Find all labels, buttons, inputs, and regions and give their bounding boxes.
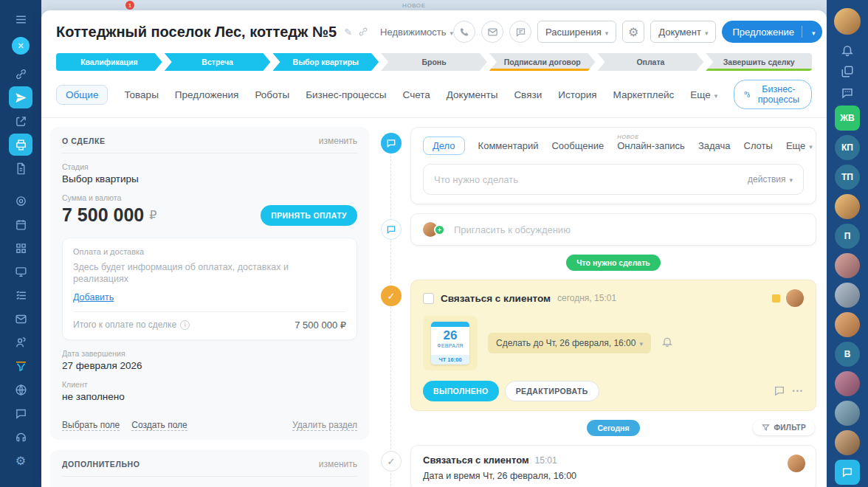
chat-button[interactable] xyxy=(509,21,531,43)
stage-vybor-kvartiry[interactable]: Выбор квартиры xyxy=(272,53,379,71)
stage-oplata[interactable]: Оплата xyxy=(598,53,704,71)
deal-sum-value[interactable]: 7 500 000 xyxy=(62,204,144,226)
accept-payment-button[interactable]: ПРИНЯТЬ ОПЛАТУ xyxy=(261,205,357,226)
stage-zavershit-sdelku[interactable]: Завершить сделку xyxy=(706,53,812,71)
chat-avatar[interactable] xyxy=(835,371,860,396)
close-icon[interactable] xyxy=(12,37,30,55)
chat-avatar[interactable] xyxy=(835,194,860,219)
collab-chat-icon[interactable] xyxy=(835,460,860,485)
info-icon[interactable] xyxy=(180,320,190,330)
mail-icon[interactable] xyxy=(9,308,32,330)
calendar-icon[interactable] xyxy=(9,213,32,235)
tab-more[interactable]: Еще xyxy=(690,89,717,100)
activity-title[interactable]: Связаться с клиентом xyxy=(441,293,551,304)
actions-dropdown[interactable]: действия xyxy=(748,174,793,184)
stack-icon[interactable] xyxy=(836,63,858,80)
edit-button[interactable]: РЕДАКТИРОВАТЬ xyxy=(505,381,599,401)
tab-tovary[interactable]: Товары xyxy=(124,89,158,100)
external-link-icon[interactable] xyxy=(9,110,32,132)
document-icon[interactable] xyxy=(9,157,32,179)
chat-avatar[interactable]: ТП xyxy=(835,165,860,190)
composer-tab-sloty[interactable]: Слоты xyxy=(744,140,773,151)
category-dropdown[interactable]: Недвижимость xyxy=(380,27,453,38)
bell-icon[interactable] xyxy=(836,41,858,58)
contacts-icon[interactable] xyxy=(9,331,32,353)
avatar[interactable] xyxy=(786,289,804,307)
filter-button[interactable]: ФИЛЬТР xyxy=(753,420,816,435)
menu-icon[interactable] xyxy=(9,8,32,30)
stage-bron[interactable]: Бронь xyxy=(381,53,487,71)
select-field-link[interactable]: Выбрать поле xyxy=(62,420,120,431)
client-field-value[interactable]: не заполнено xyxy=(62,391,357,402)
phone-button[interactable] xyxy=(453,21,475,43)
delete-section-link[interactable]: Удалить раздел xyxy=(292,420,357,431)
avatar[interactable] xyxy=(788,455,805,472)
stage-podpisali-dogovor[interactable]: Подписали договор xyxy=(489,53,596,71)
tab-biznes-processy[interactable]: Бизнес-процессы xyxy=(306,89,386,100)
tab-obshchie[interactable]: Общие xyxy=(56,85,108,105)
business-process-button[interactable]: Бизнес-процессы xyxy=(734,80,812,109)
add-user-icon[interactable] xyxy=(434,224,445,235)
copy-link-icon[interactable] xyxy=(358,27,368,37)
messenger-icon[interactable] xyxy=(836,84,858,101)
tab-svyazi[interactable]: Связи xyxy=(514,89,542,100)
comment-icon[interactable] xyxy=(774,385,785,397)
globe-icon[interactable] xyxy=(9,379,32,401)
tab-predlozheniya[interactable]: Предложения xyxy=(175,89,239,100)
edit-additional-link[interactable]: изменить xyxy=(319,459,357,469)
history-title[interactable]: Связаться с клиентом xyxy=(423,455,529,466)
apps-grid-icon[interactable] xyxy=(9,237,32,259)
chat-avatar[interactable] xyxy=(835,253,860,278)
mail-button[interactable] xyxy=(481,21,503,43)
todo-input[interactable] xyxy=(434,174,748,185)
reminder-bell-icon[interactable] xyxy=(661,336,673,350)
todo-pill[interactable]: Что нужно сделать xyxy=(566,255,661,271)
stage-kvalifikaciya[interactable]: Квалификация xyxy=(56,53,162,71)
chat-avatar[interactable]: КП xyxy=(835,135,860,160)
tab-scheta[interactable]: Счета xyxy=(403,89,430,100)
stage-vstrecha[interactable]: Встреча xyxy=(165,53,271,71)
sites-monitor-icon[interactable] xyxy=(9,260,32,283)
tasks-checklist-icon[interactable] xyxy=(9,284,32,306)
composer-tab-delo[interactable]: Дело xyxy=(423,137,465,155)
composer-tab-zadacha[interactable]: Задача xyxy=(698,140,731,151)
user-avatar[interactable] xyxy=(834,8,861,35)
offer-button[interactable]: Предложение xyxy=(722,21,822,43)
tab-istoriya[interactable]: История xyxy=(558,89,596,100)
edit-section-link[interactable]: изменить xyxy=(319,136,357,146)
stage-field-value[interactable]: Выбор квартиры xyxy=(62,173,357,184)
chat-avatar[interactable]: ЖВ xyxy=(835,106,860,131)
chat-avatar[interactable] xyxy=(835,401,860,426)
composer-tab-kommentarii[interactable]: Комментарий xyxy=(478,140,539,151)
done-button[interactable]: ВЫПОЛНЕНО xyxy=(423,381,499,401)
link-icon[interactable] xyxy=(9,63,32,85)
today-pill[interactable]: Сегодня xyxy=(587,420,639,436)
headset-icon[interactable] xyxy=(9,426,32,448)
deadline-dropdown[interactable]: Сделать до Чт, 26 февраля, 16:00 xyxy=(488,333,651,353)
chat-avatar[interactable] xyxy=(835,430,860,455)
document-dropdown[interactable]: Документ xyxy=(650,21,716,43)
edit-title-icon[interactable] xyxy=(344,27,352,38)
chat-icon[interactable] xyxy=(9,402,32,424)
tab-roboty[interactable]: Роботы xyxy=(255,89,289,100)
add-payment-link[interactable]: Добавить xyxy=(73,292,114,303)
composer-tab-more[interactable]: Еще xyxy=(786,140,813,151)
send-icon[interactable] xyxy=(9,86,32,108)
activity-checkbox[interactable] xyxy=(423,293,434,304)
date-field-value[interactable]: 27 февраля 2026 xyxy=(62,360,357,371)
print-icon[interactable] xyxy=(9,134,32,156)
tab-marketpleis[interactable]: Маркетплейс xyxy=(613,89,675,100)
create-field-link[interactable]: Создать поле xyxy=(131,420,187,431)
settings-gear-icon[interactable] xyxy=(9,449,32,472)
calendar-widget[interactable]: 26 февраля ЧТ 16:00 xyxy=(431,322,469,365)
crm-target-icon[interactable] xyxy=(9,190,32,212)
composer-tab-soobshchenie[interactable]: Сообщение xyxy=(551,140,604,151)
extensions-dropdown[interactable]: Расширения xyxy=(537,21,616,43)
more-options-icon[interactable] xyxy=(793,387,804,395)
chat-avatar[interactable]: П xyxy=(835,224,860,249)
tab-dokumenty[interactable]: Документы xyxy=(447,89,498,100)
settings-button[interactable] xyxy=(622,21,644,43)
chat-avatar[interactable]: В xyxy=(835,342,860,367)
invite-card[interactable]: Пригласить к обсуждению xyxy=(410,213,816,246)
chat-avatar[interactable] xyxy=(835,283,860,308)
